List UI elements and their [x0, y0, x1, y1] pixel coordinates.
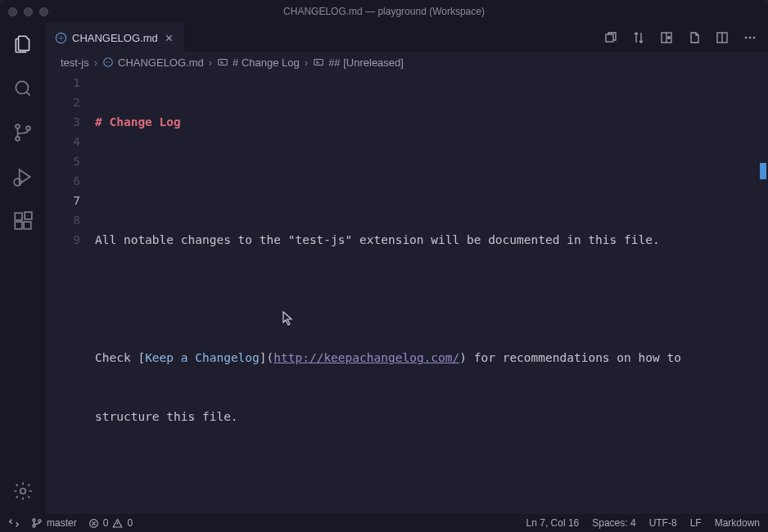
svg-point-13	[668, 36, 671, 38]
tab-close-button[interactable]	[163, 31, 176, 44]
svg-point-22	[33, 525, 35, 527]
open-preview-button[interactable]	[660, 31, 673, 44]
svg-point-9	[20, 489, 26, 494]
problems-status[interactable]: 0 0	[88, 517, 133, 529]
split-editor-button[interactable]	[716, 31, 729, 44]
svg-point-15	[745, 36, 748, 38]
tab-label: CHANGELOG.md	[72, 32, 158, 44]
eol-status[interactable]: LF	[690, 517, 702, 529]
compare-icon	[632, 31, 645, 44]
breadcrumb[interactable]: test-js › CHANGELOG.md › # Change Log › …	[46, 52, 768, 73]
preview-icon	[54, 31, 67, 44]
svg-rect-8	[25, 212, 32, 219]
search-icon	[12, 78, 34, 99]
cursor-position-status[interactable]: Ln 7, Col 16	[526, 517, 580, 529]
window-stack-icon	[604, 31, 617, 44]
svg-rect-19	[219, 60, 228, 65]
preview-icon	[102, 56, 114, 68]
svg-point-0	[16, 81, 28, 93]
more-actions-button[interactable]	[743, 31, 757, 44]
svg-point-3	[26, 126, 30, 130]
svg-point-23	[38, 520, 41, 522]
minimize-window-button[interactable]	[24, 7, 33, 16]
extensions-activity[interactable]	[11, 210, 34, 232]
compare-button[interactable]	[632, 31, 645, 44]
svg-rect-11	[606, 34, 613, 42]
editor-actions	[593, 23, 768, 52]
remote-icon	[8, 517, 20, 529]
warning-icon	[112, 518, 123, 529]
remote-button[interactable]	[8, 517, 20, 529]
search-activity[interactable]	[11, 77, 34, 100]
svg-rect-6	[15, 222, 22, 229]
editor-area: CHANGELOG.md test-js › CHANGELOG.	[46, 23, 768, 514]
maximize-window-button[interactable]	[39, 7, 48, 16]
breadcrumb-item-h2[interactable]: ## [Unreleased]	[313, 56, 404, 69]
branch-icon	[12, 122, 34, 143]
chevron-right-icon: ›	[94, 56, 97, 69]
tab-bar: CHANGELOG.md	[46, 23, 768, 52]
gear-icon	[12, 480, 34, 502]
svg-point-1	[16, 124, 20, 128]
preview-side-icon	[660, 31, 673, 44]
split-icon	[716, 31, 729, 44]
breadcrumb-item-h1[interactable]: # Change Log	[217, 56, 300, 69]
language-mode-status[interactable]: Markdown	[715, 517, 760, 529]
git-branch-status[interactable]: master	[31, 517, 77, 529]
breadcrumb-item-file[interactable]: CHANGELOG.md	[102, 56, 204, 69]
svg-point-17	[753, 36, 756, 38]
debug-activity[interactable]	[11, 165, 34, 188]
status-bar: master 0 0 Ln 7, Col 16 Spaces: 4 UTF-8 …	[0, 514, 768, 532]
settings-activity[interactable]	[11, 480, 34, 503]
window-controls	[8, 7, 48, 16]
close-window-button[interactable]	[8, 7, 17, 16]
indentation-status[interactable]: Spaces: 4	[592, 517, 635, 529]
titlebar: CHANGELOG.md — playground (Workspace)	[0, 0, 768, 23]
svg-point-2	[16, 137, 20, 141]
window-title: CHANGELOG.md — playground (Workspace)	[283, 6, 485, 17]
tab-changelog[interactable]: CHANGELOG.md	[46, 23, 184, 52]
debug-icon	[12, 166, 34, 187]
svg-rect-7	[24, 222, 31, 229]
chevron-right-icon: ›	[209, 56, 212, 69]
toggle-secondary-button[interactable]	[604, 31, 617, 44]
symbol-string-icon	[313, 56, 324, 68]
file-icon	[688, 31, 701, 44]
activity-bar	[0, 23, 46, 514]
error-icon	[88, 518, 99, 529]
extensions-icon	[12, 210, 34, 232]
svg-rect-5	[15, 213, 22, 220]
ellipsis-icon	[743, 31, 757, 44]
symbol-string-icon	[217, 56, 228, 68]
encoding-status[interactable]: UTF-8	[649, 517, 677, 529]
svg-rect-20	[314, 60, 323, 65]
editor[interactable]: 1 2 3 4 5 6 7 8 9 # Change Log All notab…	[46, 73, 768, 514]
explorer-activity[interactable]	[11, 33, 34, 56]
files-icon	[12, 34, 34, 55]
chevron-right-icon: ›	[305, 56, 308, 69]
line-number-gutter: 1 2 3 4 5 6 7 8 9	[46, 73, 95, 514]
close-icon	[164, 33, 174, 43]
overview-ruler-marker	[760, 163, 766, 179]
code-content[interactable]: # Change Log All notable changes to the …	[95, 73, 768, 514]
breadcrumb-item-folder[interactable]: test-js	[61, 56, 89, 69]
branch-icon	[31, 517, 43, 529]
svg-point-16	[749, 36, 752, 38]
source-control-activity[interactable]	[11, 121, 34, 144]
run-button[interactable]	[688, 31, 701, 44]
svg-point-21	[33, 519, 35, 521]
